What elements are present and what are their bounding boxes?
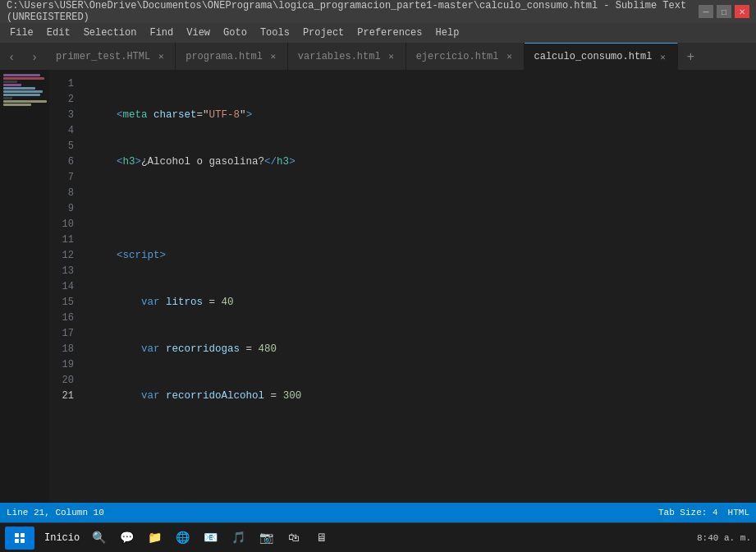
menu-goto[interactable]: Goto — [217, 23, 254, 43]
menu-selection[interactable]: Selection — [77, 23, 144, 43]
taskbar-mail-icon[interactable]: 📧 — [198, 527, 222, 550]
minimap-line — [3, 97, 12, 99]
window-controls: ─ □ ✕ — [699, 5, 749, 18]
taskbar-explorer-icon[interactable]: 📁 — [142, 527, 167, 550]
line-number: 11 — [49, 232, 82, 248]
minimap-line — [3, 104, 31, 106]
taskbar-store-icon[interactable]: 🛍 — [282, 527, 306, 550]
tab-variables[interactable]: variables.html ✕ — [288, 43, 406, 70]
line-number: 15 — [49, 295, 82, 310]
title-bar: C:\Users\USER\OneDrive\Documentos\ONEPro… — [0, 0, 756, 23]
taskbar-right: 8:40 a. m. — [697, 533, 751, 543]
menu-find[interactable]: Find — [143, 23, 180, 43]
taskbar-time: 8:40 a. m. — [697, 533, 751, 543]
tab-close-variables[interactable]: ✕ — [386, 51, 397, 62]
menu-edit[interactable]: Edit — [40, 23, 77, 43]
line-number: 19 — [49, 357, 82, 373]
code-line-4: <script> — [92, 248, 756, 264]
editor-container: 1 2 3 4 5 6 7 8 9 10 11 12 13 14 15 16 1… — [0, 70, 756, 503]
code-area[interactable]: <meta charset="UTF-8"> <h3>¿Alcohol o ga… — [82, 70, 756, 503]
tab-close-programa[interactable]: ✕ — [268, 51, 279, 62]
tab-calculo-consumo[interactable]: calculo_consumo.html ✕ — [525, 43, 678, 70]
taskbar-edge-icon[interactable]: 🌐 — [170, 527, 195, 550]
status-left: Line 21, Column 10 — [7, 508, 104, 518]
minimap-line — [3, 87, 35, 90]
minimap-line — [3, 100, 47, 103]
taskbar-sublime-icon[interactable]: 🖥 — [309, 527, 334, 550]
menu-project[interactable]: Project — [296, 23, 351, 43]
code-line-2: <h3>¿Alcohol o gasolina?</h3> — [92, 154, 756, 170]
start-button[interactable] — [5, 527, 34, 550]
minimap-line — [3, 90, 43, 93]
line-number-active: 21 — [49, 389, 82, 404]
line-number: 6 — [49, 154, 82, 170]
tab-programa[interactable]: programa.html ✕ — [176, 43, 288, 70]
tab-primer-test[interactable]: primer_test.HTML ✕ — [46, 43, 176, 70]
tabs-bar: ‹ › primer_test.HTML ✕ programa.html ✕ v… — [0, 43, 756, 70]
line-number: 4 — [49, 123, 82, 139]
code-line-8 — [92, 435, 756, 451]
code-line-7: var recorridoAlcohol = 300 — [92, 389, 756, 404]
close-button[interactable]: ✕ — [735, 5, 749, 18]
minimap-line — [3, 84, 21, 86]
tab-label: primer_test.HTML — [56, 51, 150, 62]
taskbar-music-icon[interactable]: 🎵 — [226, 527, 250, 550]
tab-close-primer-test[interactable]: ✕ — [155, 51, 167, 62]
menu-view[interactable]: View — [180, 23, 217, 43]
code-line-3 — [92, 201, 756, 217]
line-number: 5 — [49, 139, 82, 154]
menu-preferences[interactable]: Preferences — [351, 23, 428, 43]
code-line-5: var litros = 40 — [92, 295, 756, 310]
line-number: 13 — [49, 264, 82, 279]
title-text: C:\Users\USER\OneDrive\Documentos\ONEPro… — [7, 0, 699, 23]
taskbar-search-icon[interactable]: 🔍 — [86, 527, 111, 550]
line-number: 20 — [49, 373, 82, 389]
line-numbers: 1 2 3 4 5 6 7 8 9 10 11 12 13 14 15 16 1… — [49, 70, 82, 503]
tab-nav-next[interactable]: › — [23, 43, 46, 70]
taskbar: Inicio 🔍 💬 📁 🌐 📧 🎵 📷 🛍 🖥 8:40 a. m. — [0, 522, 756, 552]
line-number: 1 — [49, 76, 82, 92]
tab-label: variables.html — [298, 51, 381, 62]
taskbar-left: Inicio 🔍 💬 📁 🌐 📧 🎵 📷 🛍 🖥 — [5, 527, 334, 550]
taskbar-chat-icon[interactable]: 💬 — [114, 527, 139, 550]
line-number: 16 — [49, 310, 82, 326]
tab-label: calculo_consumo.html — [534, 51, 653, 62]
minimap-line — [3, 77, 44, 80]
menu-bar: File Edit Selection Find View Goto Tools… — [0, 23, 756, 43]
code-line-6: var recorridogas = 480 — [92, 342, 756, 357]
start-label[interactable]: Inicio — [41, 532, 83, 544]
line-number: 18 — [49, 342, 82, 357]
minimap-line — [3, 94, 40, 96]
line-number: 7 — [49, 170, 82, 186]
tab-label: ejercicio.html — [416, 51, 499, 62]
status-position: Line 21, Column 10 — [7, 508, 104, 518]
tab-ejercicio[interactable]: ejercicio.html ✕ — [406, 43, 525, 70]
menu-file[interactable]: File — [3, 23, 40, 43]
line-number: 12 — [49, 248, 82, 264]
tab-label: programa.html — [186, 51, 263, 62]
maximize-button[interactable]: □ — [717, 5, 731, 18]
menu-help[interactable]: Help — [429, 23, 466, 43]
tab-nav-prev[interactable]: ‹ — [0, 43, 23, 70]
minimap-content — [0, 70, 49, 110]
line-number: 17 — [49, 326, 82, 342]
minimap — [0, 70, 49, 503]
line-number: 2 — [49, 92, 82, 108]
line-number: 3 — [49, 108, 82, 123]
line-number: 9 — [49, 201, 82, 217]
code-line-9 — [92, 482, 756, 498]
status-tab-size: Tab Size: 4 — [658, 508, 718, 518]
line-number: 8 — [49, 186, 82, 201]
line-number: 10 — [49, 217, 82, 232]
tab-close-calculo[interactable]: ✕ — [657, 52, 669, 62]
minimap-line — [3, 80, 17, 83]
taskbar-photo-icon[interactable]: 📷 — [254, 527, 278, 550]
minimize-button[interactable]: ─ — [699, 5, 713, 18]
status-right: Tab Size: 4 HTML — [658, 508, 749, 518]
tab-add-button[interactable]: + — [680, 43, 703, 70]
menu-tools[interactable]: Tools — [254, 23, 296, 43]
tab-close-ejercicio[interactable]: ✕ — [504, 51, 515, 62]
code-line-1: <meta charset="UTF-8"> — [92, 108, 756, 123]
status-bar: Line 21, Column 10 Tab Size: 4 HTML — [0, 503, 756, 522]
line-number: 14 — [49, 279, 82, 295]
